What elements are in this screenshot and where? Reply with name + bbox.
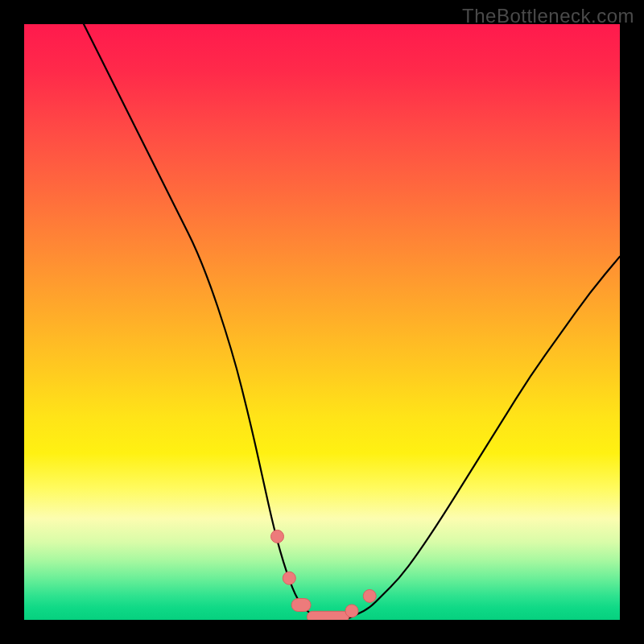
chart-plot-area <box>24 24 620 620</box>
marker <box>283 572 295 584</box>
marker <box>345 605 358 617</box>
markers-group <box>271 530 377 620</box>
watermark-label: TheBottleneck.com <box>462 5 634 27</box>
marker <box>363 589 376 602</box>
marker <box>291 599 311 612</box>
chart-svg <box>24 24 620 620</box>
marker <box>271 530 284 543</box>
bottleneck-curve-path <box>84 24 620 620</box>
marker <box>307 611 349 620</box>
chart-frame: TheBottleneck.com <box>0 0 644 644</box>
